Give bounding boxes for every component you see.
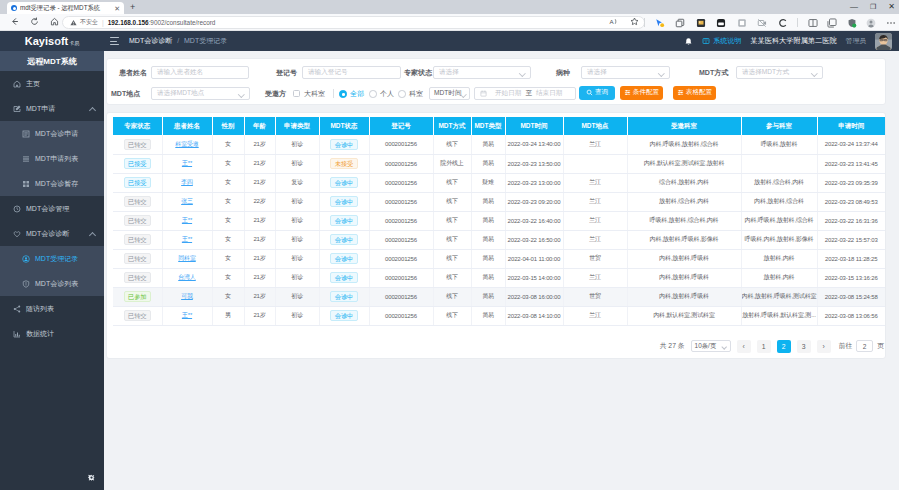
browser-extension-icon[interactable] bbox=[696, 18, 706, 28]
browser-profile-avatar[interactable] bbox=[866, 18, 876, 28]
window-minimize-button[interactable]: — bbox=[850, 3, 858, 11]
invitee-radio-all-label[interactable]: 全部 bbox=[350, 87, 364, 100]
table-column-header[interactable]: 申请时间 bbox=[817, 117, 885, 135]
table-row[interactable]: 已转交 张三 女 22岁 初诊 会诊中 0002001256 线下 简易 202… bbox=[113, 192, 885, 211]
table-column-header[interactable]: 性别 bbox=[212, 117, 244, 135]
register-no-input[interactable]: 请输入登记号 bbox=[302, 66, 401, 79]
table-column-header[interactable]: MDT类型 bbox=[471, 117, 505, 135]
patient-name-link[interactable]: 王** bbox=[182, 236, 192, 242]
browser-shield-icon[interactable] bbox=[847, 18, 857, 28]
home-icon[interactable] bbox=[50, 17, 59, 26]
dept-group-checkbox[interactable] bbox=[293, 90, 300, 97]
sidebar-menu-item[interactable]: MDT会诊暂存 bbox=[0, 171, 104, 196]
sidebar-collapse-icon[interactable] bbox=[110, 37, 119, 45]
address-bar[interactable]: 不安全 | 192.168.0.156:9002/consultate/reco… bbox=[62, 16, 645, 29]
table-row[interactable]: 已转交 王** 女 21岁 初诊 会诊中 0002001256 线下 简易 20… bbox=[113, 230, 885, 249]
patient-name-link[interactable]: 台湾人 bbox=[178, 274, 196, 280]
browser-tab[interactable]: mdt受理记录 - 远程MDT系统 ✕ bbox=[7, 2, 124, 14]
sidebar-menu-item[interactable]: MDT会诊管理 bbox=[0, 196, 104, 221]
browser-menu-dots-icon[interactable] bbox=[886, 18, 896, 28]
date-range-picker[interactable]: 开始日期 至 结束日期 bbox=[474, 87, 576, 100]
table-column-header[interactable]: 登记号 bbox=[369, 117, 433, 135]
window-restore-button[interactable]: ❐ bbox=[870, 3, 876, 10]
patient-name-link[interactable]: 可我 bbox=[181, 293, 193, 299]
collections-icon[interactable] bbox=[827, 18, 837, 28]
patient-name-link[interactable]: 张三 bbox=[181, 198, 193, 204]
disease-select[interactable]: 请选择 bbox=[581, 66, 670, 79]
browser-extension-icon[interactable] bbox=[737, 18, 747, 28]
table-row[interactable]: 已参加 可我 女 21岁 初诊 会诊中 0002001256 线下 简易 202… bbox=[113, 287, 885, 306]
patient-name-link[interactable]: 王** bbox=[182, 217, 192, 223]
mdt-place-select[interactable]: 请选择MDT地点 bbox=[151, 87, 250, 100]
patient-name-input[interactable]: 请输入患者姓名 bbox=[151, 66, 249, 79]
search-button[interactable]: 查询 bbox=[579, 86, 615, 100]
patient-name-link[interactable]: 科室受邀 bbox=[175, 141, 198, 147]
table-config-button[interactable]: 表格配置 bbox=[673, 86, 716, 100]
read-aloud-icon[interactable] bbox=[609, 17, 618, 27]
notification-bell-icon[interactable] bbox=[684, 32, 693, 50]
favorite-star-icon[interactable] bbox=[630, 17, 639, 27]
mdt-mode-select[interactable]: 请选择MDT方式 bbox=[736, 66, 823, 79]
split-screen-icon[interactable] bbox=[808, 18, 818, 28]
window-close-button[interactable]: ✕ bbox=[888, 3, 895, 11]
pagination-page-button[interactable]: 1 bbox=[757, 340, 771, 353]
sidebar-menu-item[interactable]: MDT会诊诊断 bbox=[0, 221, 104, 246]
browser-extension-icon[interactable] bbox=[716, 18, 726, 28]
table-column-header[interactable]: 专家状态 bbox=[113, 117, 162, 135]
table-column-header[interactable]: 参与科室 bbox=[741, 117, 817, 135]
table-row[interactable]: 已转交 王** 男 21岁 初诊 会诊中 0002001256 线下 简易 20… bbox=[113, 306, 885, 325]
sidebar-menu-item[interactable]: MDT会诊列表 bbox=[0, 271, 104, 296]
table-row[interactable]: 已接受 王** 女 21岁 初诊 未接受 0002001256 院外线上 简易 … bbox=[113, 154, 885, 173]
table-row[interactable]: 已接受 李四 女 21岁 复诊 会诊中 0002001256 线下 疑难 202… bbox=[113, 173, 885, 192]
sidebar-menu-item[interactable]: MDT申请 bbox=[0, 96, 104, 121]
new-tab-button[interactable]: + bbox=[130, 3, 135, 12]
user-avatar[interactable] bbox=[875, 33, 892, 50]
pagination-next-button[interactable]: › bbox=[817, 340, 831, 353]
table-column-header[interactable]: MDT地点 bbox=[563, 117, 627, 135]
invitee-radio-all[interactable] bbox=[339, 90, 347, 98]
pagination-goto-input[interactable]: 2 bbox=[856, 340, 873, 352]
table-column-header[interactable]: 患者姓名 bbox=[162, 117, 212, 135]
sidebar-menu-item[interactable]: MDT申请列表 bbox=[0, 146, 104, 171]
settings-gear-icon[interactable] bbox=[87, 468, 96, 486]
sidebar-menu-item[interactable]: MDT受理记录 bbox=[0, 246, 104, 271]
pagination-page-button[interactable]: 2 bbox=[777, 340, 791, 353]
patient-name-link[interactable]: 同科室 bbox=[178, 255, 196, 261]
browser-extension-icon[interactable] bbox=[675, 18, 685, 28]
invitee-radio-dept[interactable] bbox=[398, 90, 406, 98]
browser-extension-icon[interactable] bbox=[778, 18, 788, 28]
patient-name-link[interactable]: 王** bbox=[182, 312, 192, 318]
sidebar-menu-item[interactable]: 主页 bbox=[0, 71, 104, 96]
time-type-select[interactable]: MDT时间 bbox=[429, 87, 470, 100]
table-column-header[interactable]: 受邀科室 bbox=[627, 117, 741, 135]
table-column-header[interactable]: MDT时间 bbox=[505, 117, 563, 135]
pagination-page-button[interactable]: 3 bbox=[797, 340, 811, 353]
sidebar-menu-item[interactable]: MDT会诊申请 bbox=[0, 121, 104, 146]
invitee-radio-personal-label[interactable]: 个人 bbox=[380, 87, 394, 100]
invitee-radio-personal[interactable] bbox=[369, 90, 377, 98]
sidebar-menu-item[interactable]: 数据统计 bbox=[0, 321, 104, 346]
table-column-header[interactable]: 年龄 bbox=[244, 117, 275, 135]
table-column-header[interactable]: MDT方式 bbox=[433, 117, 471, 135]
expert-status-select[interactable]: 请选择 bbox=[433, 66, 531, 79]
refresh-icon[interactable] bbox=[30, 17, 39, 26]
page-size-select[interactable]: 10条/页 bbox=[691, 340, 731, 352]
patient-name-link[interactable]: 王** bbox=[182, 160, 192, 166]
system-doc-link[interactable]: 系统说明 bbox=[702, 36, 741, 46]
browser-extension-icon[interactable] bbox=[655, 18, 665, 28]
table-row[interactable]: 已转交 台湾人 女 21岁 初诊 会诊中 0002001256 线下 简易 20… bbox=[113, 268, 885, 287]
table-column-header[interactable]: MDT状态 bbox=[319, 117, 369, 135]
patient-name-link[interactable]: 李四 bbox=[181, 179, 193, 185]
invitee-radio-dept-label[interactable]: 科室 bbox=[409, 87, 423, 100]
table-row[interactable]: 已转交 科室受邀 女 21岁 初诊 会诊中 0002001256 线下 简易 2… bbox=[113, 135, 885, 154]
pagination-prev-button[interactable]: ‹ bbox=[737, 340, 751, 353]
table-column-header[interactable]: 申请类型 bbox=[275, 117, 319, 135]
browser-extension-icon[interactable] bbox=[757, 18, 767, 28]
table-row[interactable]: 已转交 王** 女 21岁 初诊 会诊中 0002001256 线下 简易 20… bbox=[113, 211, 885, 230]
dept-group-checkbox-label[interactable]: 大科室 bbox=[304, 87, 325, 100]
condition-config-button[interactable]: 条件配置 bbox=[620, 86, 663, 100]
table-row[interactable]: 已转交 同科室 女 21岁 初诊 会诊中 0002001256 线下 简易 20… bbox=[113, 249, 885, 268]
tab-close-icon[interactable]: ✕ bbox=[114, 5, 120, 12]
sidebar-menu-item[interactable]: 随访列表 bbox=[0, 296, 104, 321]
back-icon[interactable] bbox=[10, 17, 19, 26]
